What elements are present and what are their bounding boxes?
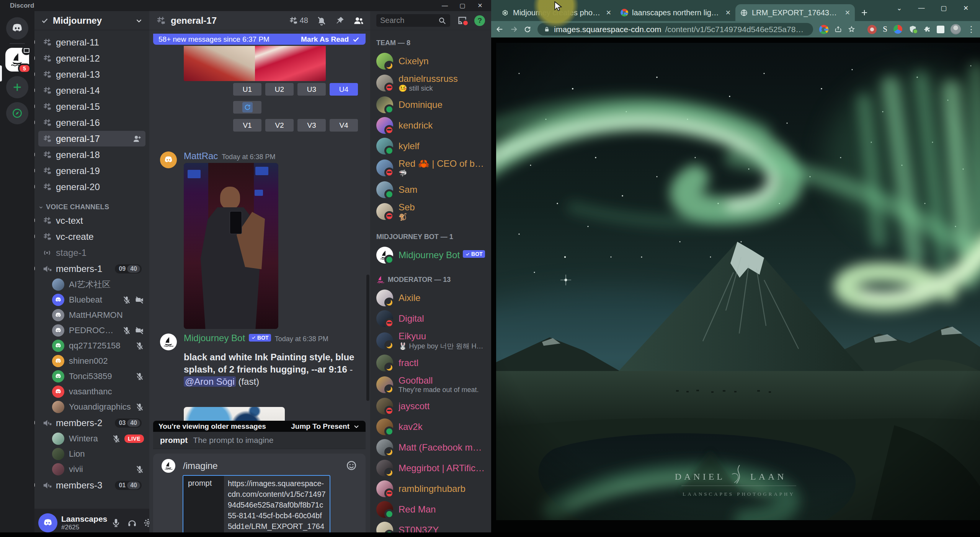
- member-row[interactable]: danielrussruss 🤒 still sick: [376, 72, 489, 94]
- tab-close-button[interactable]: ✕: [725, 9, 731, 17]
- voice-user[interactable]: vivii: [34, 462, 149, 477]
- user-avatar[interactable]: [38, 513, 57, 532]
- threads-button[interactable]: 48: [288, 16, 308, 26]
- channel-item[interactable]: general-18: [38, 147, 145, 163]
- voice-channel-item[interactable]: stage-1: [38, 245, 145, 260]
- prompt-option-field[interactable]: prompt https://images.squarespace-cdn.co…: [183, 475, 330, 537]
- voice-channel-item[interactable]: vc-text: [38, 213, 145, 228]
- discord-close-button[interactable]: ✕: [471, 0, 489, 11]
- channel-item[interactable]: general-14: [38, 83, 145, 98]
- bookmark-star-icon[interactable]: [848, 25, 855, 34]
- browser-menu-icon[interactable]: ⋮: [967, 28, 975, 31]
- search-input[interactable]: Search: [376, 14, 450, 27]
- voice-user[interactable]: Wintera LIVE: [34, 431, 149, 446]
- member-row[interactable]: kendrick: [376, 115, 489, 136]
- create-invite-icon[interactable]: [132, 134, 142, 143]
- selfie-photo-attachment[interactable]: [184, 163, 278, 329]
- voice-user[interactable]: shinen002: [34, 353, 149, 369]
- server-header[interactable]: Midjourney: [34, 11, 149, 30]
- google-lens-icon[interactable]: [819, 25, 828, 34]
- channel-item[interactable]: general-12: [38, 50, 145, 66]
- extensions-puzzle-icon[interactable]: [923, 25, 931, 34]
- channel-item[interactable]: general-19: [38, 163, 145, 179]
- voice-user[interactable]: MattHARMON: [34, 308, 149, 323]
- voice-user[interactable]: PEDROCOELHO...: [34, 323, 149, 338]
- headphones-icon[interactable]: [127, 518, 137, 528]
- aurora-image[interactable]: DANIEL LAAN LAANSCAPES PHOTOGRAPHY: [496, 43, 980, 520]
- browser-maximize-button[interactable]: ▢: [933, 4, 955, 12]
- discord-home-button[interactable]: [6, 17, 28, 39]
- channel-item[interactable]: general-16: [38, 115, 145, 130]
- voice-user[interactable]: Youandigraphics: [34, 399, 149, 415]
- member-row[interactable]: Goofball They're made out of meat.: [376, 373, 489, 396]
- voice-channel-item[interactable]: vc-create: [38, 229, 145, 244]
- member-row[interactable]: Dominique: [376, 94, 489, 115]
- variation-button[interactable]: V1: [233, 119, 261, 132]
- prompt-input-value[interactable]: https://images.squarespace-cdn.com/conte…: [224, 476, 330, 537]
- member-row[interactable]: kav2k: [376, 417, 489, 437]
- member-list-toggle-icon[interactable]: [353, 15, 364, 26]
- member-row[interactable]: Matt (Facebook mod): [376, 437, 489, 458]
- upscale-button[interactable]: U2: [265, 83, 294, 96]
- member-row[interactable]: Cixelyn: [376, 51, 489, 72]
- help-button[interactable]: ?: [474, 15, 485, 26]
- profile-avatar[interactable]: [951, 24, 961, 34]
- emoji-picker-icon[interactable]: [346, 460, 357, 471]
- browser-close-button[interactable]: ✕: [955, 4, 977, 12]
- user-mention[interactable]: @Aron Sōgi: [184, 376, 236, 387]
- mark-as-read-button[interactable]: Mark As Read: [301, 35, 360, 44]
- member-row[interactable]: Seb 🐒: [376, 200, 489, 223]
- chat-scrollbar[interactable]: [366, 275, 369, 401]
- avatar[interactable]: [160, 334, 177, 350]
- member-row[interactable]: Digital: [376, 308, 489, 329]
- voice-room-members-3[interactable]: members-3 01 40: [38, 477, 145, 493]
- variation-button[interactable]: V4: [330, 119, 358, 132]
- midjourney-grid-image[interactable]: [184, 46, 326, 81]
- member-row[interactable]: Eikyuu 🐰 Hype boy 너만 원해 Hype …: [376, 329, 489, 353]
- reroll-button[interactable]: [233, 101, 261, 114]
- message-composer[interactable]: /imagine prompt https://images.squarespa…: [153, 454, 366, 537]
- side-panel-icon[interactable]: [937, 26, 944, 33]
- tab-close-button[interactable]: ✕: [845, 9, 850, 17]
- mic-icon[interactable]: [111, 518, 121, 528]
- voice-user[interactable]: Tonci53859: [34, 369, 149, 384]
- new-messages-bar[interactable]: 58+ new messages since 6:37 PM Mark As R…: [153, 34, 366, 45]
- notifications-muted-icon[interactable]: [317, 16, 327, 26]
- upscale-button[interactable]: U3: [297, 83, 326, 96]
- voice-channels-section[interactable]: VOICE CHANNELS: [38, 203, 144, 211]
- upscale-button[interactable]: U1: [233, 83, 261, 96]
- member-row[interactable]: Sam: [376, 179, 489, 200]
- voice-user[interactable]: qq271725158: [34, 338, 149, 353]
- voice-room-members-2[interactable]: members-2 03 40: [38, 415, 145, 431]
- voice-user[interactable]: Lion: [34, 446, 149, 462]
- variation-button[interactable]: V2: [265, 119, 294, 132]
- server-icon-midjourney[interactable]: 5: [5, 48, 29, 72]
- upscale-button[interactable]: U4: [330, 83, 358, 96]
- member-row[interactable]: Midjourney Bot BOT: [376, 245, 489, 265]
- variation-button[interactable]: V3: [297, 119, 326, 132]
- explore-servers-button[interactable]: [6, 102, 28, 124]
- member-row[interactable]: fractl: [376, 353, 489, 373]
- new-tab-button[interactable]: [859, 7, 870, 18]
- channel-item[interactable]: general-20: [38, 179, 145, 195]
- tab-close-button[interactable]: ✕: [606, 9, 611, 17]
- member-row[interactable]: Red Man: [376, 499, 489, 520]
- member-row[interactable]: kylelf: [376, 136, 489, 156]
- channel-item[interactable]: general-13: [38, 67, 145, 82]
- extension-icon-shield[interactable]: [908, 25, 917, 34]
- member-row[interactable]: Red 🦀 | CEO of bugs … 🦈: [376, 156, 489, 179]
- jump-to-present-button[interactable]: Jump To Present: [291, 422, 360, 431]
- message-author[interactable]: Midjourney Bot: [184, 333, 245, 343]
- share-icon[interactable]: [835, 25, 842, 34]
- channel-item[interactable]: general-17: [38, 131, 145, 146]
- extension-icon-s[interactable]: S: [883, 24, 887, 34]
- channel-item[interactable]: general-15: [38, 99, 145, 114]
- message-author[interactable]: MattRac: [184, 151, 218, 161]
- discord-maximize-button[interactable]: ▢: [454, 0, 471, 11]
- extension-icon-tricolor[interactable]: [893, 25, 902, 34]
- discord-minimize-button[interactable]: —: [436, 0, 454, 11]
- address-bar[interactable]: images.squarespace-cdn.com/content/v1/5c…: [537, 23, 813, 36]
- back-button[interactable]: [496, 24, 504, 34]
- avatar[interactable]: [160, 151, 177, 168]
- add-server-button[interactable]: [6, 76, 28, 98]
